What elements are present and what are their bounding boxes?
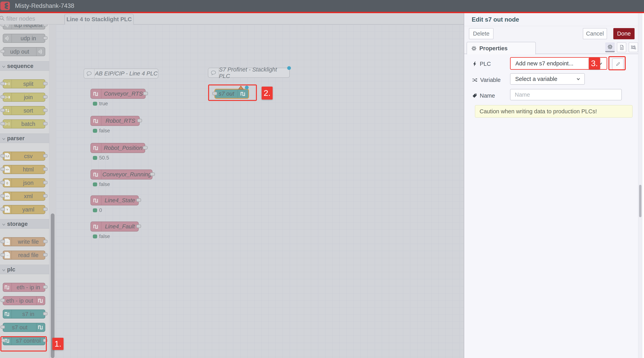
node-port-out[interactable] (43, 194, 48, 197)
palette-node-yaml[interactable]: Yyaml (3, 205, 45, 214)
palette-category-storage[interactable]: storage (0, 219, 49, 229)
edit-tray-form: PLC Add new s7 endpoint... Variable Sele… (464, 54, 638, 358)
node-port-in[interactable] (0, 95, 5, 99)
palette-search (0, 13, 64, 24)
node-port-out[interactable] (43, 36, 48, 40)
node-port-out[interactable] (136, 198, 141, 202)
palette-node-s7-out[interactable]: s7 out (3, 323, 45, 332)
node-status: 0 (93, 207, 102, 213)
palette-node-eth-ip-in[interactable]: eth - ip in (3, 283, 45, 292)
node-port-in[interactable] (0, 194, 5, 197)
gear-icon (471, 46, 476, 51)
node-port-out[interactable] (43, 207, 48, 211)
palette-node-read-file[interactable]: →read file (3, 251, 45, 260)
node-port-out[interactable] (43, 312, 48, 315)
pulse-icon (92, 145, 100, 152)
description-view-button[interactable] (617, 42, 626, 52)
node-port-out[interactable] (43, 253, 48, 256)
node-port-out[interactable] (136, 224, 141, 228)
node-port-out[interactable] (150, 173, 155, 176)
flow-tab[interactable]: Line 4 to Stacklight PLC (64, 14, 134, 24)
node-port-out[interactable] (43, 109, 48, 112)
node-port-in[interactable] (0, 181, 5, 184)
tab-properties[interactable]: Properties (466, 42, 536, 54)
palette-node-batch[interactable]: batch (3, 119, 45, 128)
palette-category-parser[interactable]: parser (0, 134, 49, 143)
plc-select-value: Add new s7 endpoint... (515, 60, 574, 67)
delete-button[interactable]: Delete (469, 28, 494, 39)
node-status-dot (93, 102, 97, 106)
palette-node-label: xml (12, 192, 45, 200)
palette-node-join[interactable]: join (3, 93, 45, 102)
flow-canvas[interactable]: AB EIP/CIP - Line 4 PLCS7 Profinet - Sta… (56, 24, 464, 358)
node-port-out[interactable] (43, 122, 48, 125)
node-port-in[interactable] (0, 24, 5, 26)
node-port-in[interactable] (0, 168, 5, 171)
shuffle-icon (472, 77, 478, 83)
flow-node-conveyor-running[interactable]: Conveyor_Runningfalse (90, 170, 152, 179)
palette-node-s7-in[interactable]: s7 in (3, 310, 45, 319)
palette-node-split[interactable]: split (3, 79, 45, 88)
node-port-out[interactable] (43, 168, 48, 171)
palette-search-input[interactable] (6, 15, 60, 22)
palette-category-plc[interactable]: plc (0, 265, 49, 274)
node-port-in[interactable] (0, 122, 5, 125)
document-icon (619, 45, 624, 50)
appearance-view-button[interactable] (629, 42, 638, 52)
tray-scrollbar-thumb[interactable] (639, 185, 642, 217)
palette-node-write-file[interactable]: →write file (3, 237, 45, 246)
node-port-out[interactable] (43, 82, 48, 85)
node-port-out[interactable] (143, 146, 148, 150)
node-palette: tcp requestudp inudp outsequencesplitjoi… (0, 24, 49, 358)
node-status-dot (93, 182, 97, 186)
node-port-in[interactable] (0, 325, 5, 329)
palette-node-json[interactable]: {}json (3, 178, 45, 187)
palette-node-html[interactable]: <>html (3, 165, 45, 174)
cancel-button[interactable]: Cancel (583, 28, 607, 39)
file-icon: <> (5, 166, 10, 173)
node-port-out[interactable] (43, 95, 48, 99)
palette-node-udp-out[interactable]: udp out (3, 47, 45, 56)
node-status-text: 0 (99, 207, 102, 213)
comment-node-s7-profinet-stacklight-plc[interactable]: S7 Profinet - Stacklight PLC (208, 68, 290, 78)
node-port-in[interactable] (0, 207, 5, 211)
flow-node-line4-fault[interactable]: Line4_Faultfalse (90, 221, 139, 231)
node-port-out[interactable] (43, 154, 48, 158)
name-input[interactable] (510, 89, 622, 100)
palette-node-tcp-request[interactable]: tcp request (3, 24, 45, 29)
node-status-dot (93, 156, 97, 160)
tab-properties-label: Properties (479, 45, 508, 52)
node-port-in[interactable] (0, 109, 5, 112)
properties-view-button[interactable] (605, 42, 615, 52)
palette-node-label: write file (12, 238, 45, 246)
node-port-in[interactable] (0, 82, 5, 85)
node-port-in[interactable] (0, 240, 5, 243)
flow-node-robot-rts[interactable]: Robot_RTSfalse (90, 116, 140, 126)
flow-node-robot-position[interactable]: Robot_Position50.5 (90, 143, 145, 153)
variable-select[interactable]: Select a variable (510, 73, 585, 85)
variable-field-label: Variable (472, 77, 500, 83)
node-port-out[interactable] (43, 24, 48, 26)
node-port-in[interactable] (0, 253, 5, 256)
palette-node-sort[interactable]: sort (3, 106, 45, 115)
palette-node-xml[interactable]: <>xml (3, 192, 45, 201)
node-port-in[interactable] (0, 299, 5, 302)
palette-scrollbar-thumb[interactable] (51, 213, 54, 358)
palette-node-label: udp in (12, 34, 45, 42)
palette-node-csv[interactable]: 1,2csv (3, 152, 45, 161)
flow-node-line4-state[interactable]: Line4_State0 (90, 195, 139, 205)
palette-node-udp-in[interactable]: udp in (3, 34, 45, 43)
node-port-out[interactable] (143, 92, 148, 95)
node-port-out[interactable] (43, 181, 48, 184)
comment-node-ab-eip-cip-line-4-plc[interactable]: AB EIP/CIP - Line 4 PLC (84, 69, 158, 79)
node-port-out[interactable] (137, 119, 142, 122)
node-port-in[interactable] (0, 50, 5, 53)
flow-node-conveyor-rts[interactable]: Conveyor_RTStrue (90, 89, 146, 99)
done-button[interactable]: Done (613, 28, 634, 39)
palette-node-eth-ip-out[interactable]: eth - ip out (3, 296, 45, 305)
file-icon: 1,2 (5, 153, 10, 160)
node-port-in[interactable] (0, 154, 5, 158)
palette-category-sequence[interactable]: sequence (0, 61, 49, 71)
node-port-out[interactable] (43, 285, 48, 289)
node-port-out[interactable] (43, 240, 48, 243)
